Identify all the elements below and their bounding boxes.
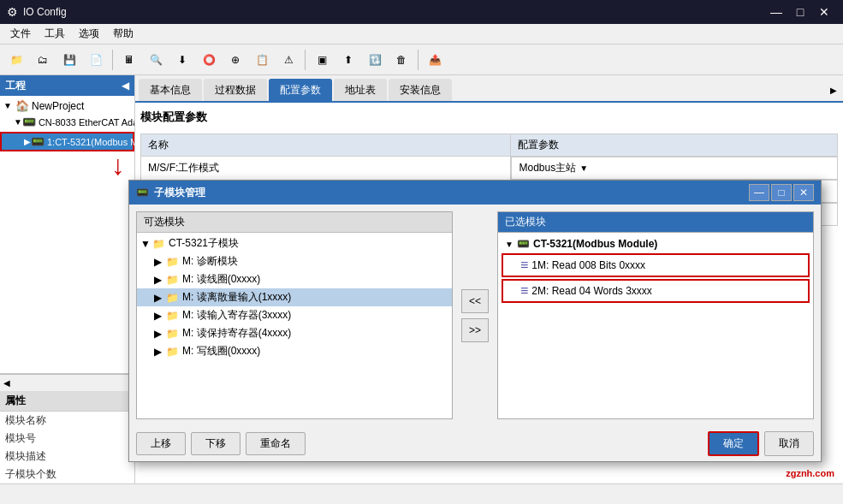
config-row-0: M/S/F:工作模式 Modbus主站 ▼	[141, 157, 838, 181]
tab-config-params[interactable]: 配置参数	[269, 79, 332, 101]
dialog-folder-icon-root: 📁	[152, 238, 165, 250]
toolbar-btn-open[interactable]: 🗂	[30, 48, 56, 72]
selected-modules-panel: 已选模块 ▼ 📟 CT-5321(Modbus Module) ≡ 1M: Re…	[497, 211, 814, 419]
toolbar-btn-warn[interactable]: ⚠	[276, 48, 301, 72]
dialog-title-text: 📟 子模块管理	[136, 186, 205, 200]
dialog-folder-icon-coil: 📁	[166, 274, 179, 286]
selected-module-tree: ▼ 📟 CT-5321(Modbus Module) ≡ 1M: Read 00…	[498, 233, 813, 418]
dialog-title-icon: 📟	[136, 187, 149, 199]
status-bar	[0, 483, 843, 504]
sel-item-icon-0: ≡	[520, 258, 528, 273]
project-panel-title: 工程	[5, 79, 26, 93]
selected-module-root[interactable]: ▼ 📟 CT-5321(Modbus Module)	[502, 236, 810, 252]
selectable-modules-header: 可选模块	[137, 212, 452, 233]
tab-scroll-right[interactable]: ▶	[828, 79, 840, 101]
dialog-folder-icon-input-reg: 📁	[166, 310, 179, 322]
sel-item-label-1: 2M: Read 04 Words 3xxxx	[531, 285, 652, 297]
up-button[interactable]: 上移	[136, 432, 186, 455]
maximize-button[interactable]: □	[788, 0, 812, 24]
menu-options[interactable]: 选项	[72, 24, 106, 44]
dialog-tree-write-coil[interactable]: ▶ 📁 M: 写线圈(0xxxx)	[137, 342, 452, 360]
dropdown-arrow-0[interactable]: ▼	[579, 163, 588, 173]
dialog-tree-arrow-root: ▼	[140, 238, 152, 250]
tree-icon-cn8033: 📟	[22, 116, 36, 128]
tree-arrow-cn8033: ▼	[14, 117, 22, 127]
project-panel-header: 工程 ◀	[0, 75, 134, 96]
toolbar-btn-download[interactable]: ⬇	[169, 48, 195, 72]
dialog-tree-coil[interactable]: ▶ 📁 M: 读线圈(0xxxx)	[137, 270, 452, 288]
toolbar-btn-add[interactable]: ⊕	[223, 48, 248, 72]
submodule-manager-dialog[interactable]: 📟 子模块管理 — □ ✕ 可选模块 ▼ 📁 CT-5321子模块	[128, 180, 822, 462]
dialog-minimize-btn[interactable]: —	[749, 184, 769, 201]
dialog-footer: 上移 下移 重命名 确定 取消	[129, 426, 821, 461]
toolbar-btn-calc[interactable]: 🖩	[116, 48, 142, 72]
toolbar-sep-2	[305, 50, 306, 70]
tab-process-data[interactable]: 过程数据	[204, 79, 267, 101]
dialog-tree-arrow-discrete: ▶	[154, 292, 166, 304]
move-right-button[interactable]: >>	[461, 318, 489, 342]
tree-item-cn8033[interactable]: ▼ 📟 CN-8033 EtherCAT Adaptor(COM61)	[0, 114, 134, 130]
menu-file[interactable]: 文件	[3, 24, 38, 44]
dialog-tree-label-root: CT-5321子模块	[169, 236, 239, 251]
dialog-tree-discrete[interactable]: ▶ 📁 M: 读离散量输入(1xxxx)	[137, 288, 452, 306]
tree-icon-root: 🏠	[15, 99, 29, 112]
config-cell-name-0: M/S/F:工作模式	[141, 157, 511, 181]
toolbar-sep-3	[418, 50, 419, 70]
rename-button[interactable]: 重命名	[246, 432, 306, 455]
toolbar-btn-save[interactable]: 💾	[56, 48, 82, 72]
selected-module-item-0[interactable]: ≡ 1M: Read 008 Bits 0xxxx	[502, 253, 810, 277]
dialog-close-btn[interactable]: ✕	[793, 184, 814, 201]
toolbar-btn-run[interactable]: ⭕	[196, 48, 222, 72]
dialog-tree-label-hold-reg: M: 读保持寄存器(4xxxx)	[182, 326, 291, 341]
dialog-tree-input-reg[interactable]: ▶ 📁 M: 读输入寄存器(3xxxx)	[137, 306, 452, 324]
toolbar-btn-copy[interactable]: 📋	[249, 48, 275, 72]
selectable-modules-tree: ▼ 📁 CT-5321子模块 ▶ 📁 M: 诊断模块 ▶ 📁 M: 读线圈(0x…	[137, 233, 452, 418]
toolbar-btn-search[interactable]: 🔍	[143, 48, 169, 72]
cancel-button[interactable]: 取消	[764, 431, 814, 456]
dialog-tree-diag[interactable]: ▶ 📁 M: 诊断模块	[137, 252, 452, 270]
confirm-button[interactable]: 确定	[708, 431, 759, 456]
toolbar-btn-block[interactable]: ▣	[309, 48, 335, 72]
project-panel-pin[interactable]: ◀	[122, 80, 129, 92]
dialog-footer-left: 上移 下移 重命名	[136, 432, 306, 455]
prop-row-number: 模块号	[0, 430, 134, 448]
dialog-maximize-btn[interactable]: □	[771, 184, 792, 201]
toolbar-btn-upload[interactable]: ⬆	[335, 48, 361, 72]
menu-help[interactable]: 帮助	[106, 24, 140, 44]
dialog-tree-arrow-input-reg: ▶	[154, 310, 166, 322]
sel-item-icon-1: ≡	[520, 283, 528, 299]
dialog-tree-arrow-hold-reg: ▶	[154, 328, 166, 340]
tree-item-root[interactable]: ▼ 🏠 NewProject	[0, 98, 134, 114]
down-button[interactable]: 下移	[191, 432, 240, 455]
dialog-folder-icon-hold-reg: 📁	[166, 328, 179, 340]
close-button[interactable]: ✕	[812, 0, 836, 24]
tree-label-ct5321: 1:CT-5321(Modbus Module)	[47, 137, 134, 147]
dialog-title-label: 子模块管理	[154, 186, 205, 200]
toolbar-btn-saveas[interactable]: 📄	[83, 48, 109, 72]
dialog-tree-hold-reg[interactable]: ▶ 📁 M: 读保持寄存器(4xxxx)	[137, 324, 452, 342]
selectable-modules-panel: 可选模块 ▼ 📁 CT-5321子模块 ▶ 📁 M: 诊断模块	[136, 211, 453, 419]
tab-address-table[interactable]: 地址表	[334, 79, 387, 101]
menu-tools[interactable]: 工具	[38, 24, 72, 44]
tree-item-ct5321[interactable]: ▶ 📟 1:CT-5321(Modbus Module)	[0, 132, 134, 151]
selected-module-item-1[interactable]: ≡ 2M: Read 04 Words 3xxxx	[502, 279, 810, 303]
collapse-btn[interactable]: ◀	[3, 378, 10, 388]
project-panel: 工程 ◀ ▼ 🏠 NewProject ▼ 📟 CN-8033 EtherCAT…	[0, 75, 135, 483]
toolbar-btn-delete[interactable]: 🗑	[389, 48, 414, 72]
move-left-button[interactable]: <<	[461, 289, 489, 313]
tab-basic-info[interactable]: 基本信息	[139, 79, 202, 101]
config-col-value: 配置参数	[511, 134, 838, 157]
app-icon: ⚙	[7, 5, 18, 19]
prop-label-number: 模块号	[5, 431, 129, 446]
dialog-tree-arrow-coil: ▶	[154, 274, 166, 286]
app-title: IO Config	[23, 6, 759, 18]
config-value-text-0: Modbus主站	[519, 161, 576, 175]
minimize-button[interactable]: —	[764, 0, 788, 24]
toolbar-btn-paste[interactable]: 📤	[422, 48, 448, 72]
dialog-tree-arrow-diag: ▶	[154, 256, 166, 268]
tab-install-info[interactable]: 安装信息	[389, 79, 452, 101]
toolbar-btn-new[interactable]: 📁	[3, 48, 29, 72]
dialog-tree-root[interactable]: ▼ 📁 CT-5321子模块	[137, 234, 452, 252]
config-cell-value-0[interactable]: Modbus主站 ▼	[511, 157, 837, 180]
toolbar-btn-refresh[interactable]: 🔃	[362, 48, 388, 72]
